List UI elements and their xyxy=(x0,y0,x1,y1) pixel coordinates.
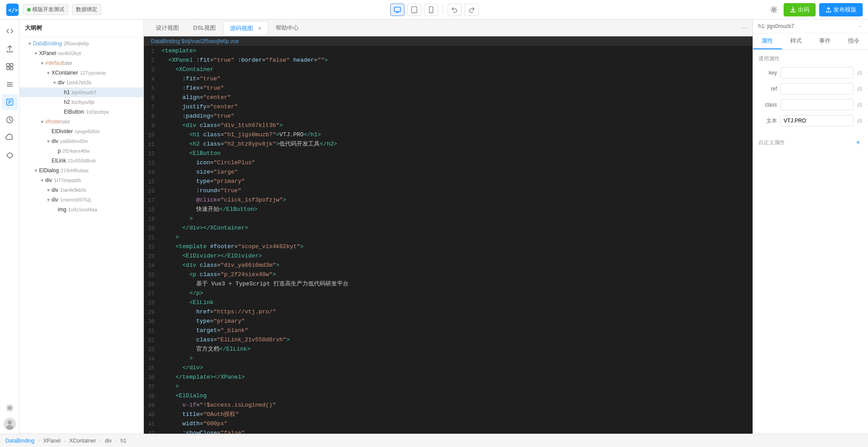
export-btn[interactable]: 出码 xyxy=(784,3,816,16)
prop-more-btn-ref[interactable]: ⟳ xyxy=(865,84,868,93)
arrow-icon: ▼ xyxy=(39,60,45,66)
code-line-9: 9 <div class="div_1tsh67klt3b"> xyxy=(144,121,753,131)
tree-item-elbutton[interactable]: ▶ ElButton 1sf3pofzjw xyxy=(20,107,143,117)
breadcrumb-div[interactable]: div xyxy=(105,438,111,444)
prop-bind-btn-ref[interactable]: (/) xyxy=(855,84,864,93)
tree-item-img[interactable]: ▶ img 1o9z1svd4aa xyxy=(20,205,143,214)
undo-btn[interactable] xyxy=(448,4,462,16)
sidebar-icon-cloud[interactable] xyxy=(2,130,18,146)
tab-source[interactable]: 源码视图 ✕ xyxy=(223,21,268,35)
tab-close-icon[interactable]: ✕ xyxy=(258,26,262,31)
prop-bind-btn-text[interactable]: (/) xyxy=(855,116,864,125)
tree-item-p[interactable]: ▶ p 2f24siex48w xyxy=(20,146,143,156)
code-line-32: 32 class="ElLink_21v550d8rxh"> xyxy=(144,336,753,345)
prop-label-text: 文本 xyxy=(758,117,781,125)
redo-btn[interactable] xyxy=(464,4,479,16)
sidebar-icon-history[interactable] xyxy=(2,112,18,128)
prop-input-class[interactable] xyxy=(781,99,853,111)
tree-item-xpanel[interactable]: ▼ XPanel vix4k02kyt xyxy=(20,48,143,58)
prop-bind-btn-class[interactable]: (/) xyxy=(855,100,864,109)
breadcrumb-databinding[interactable]: DataBinding xyxy=(5,438,34,444)
breadcrumb-xcontainer[interactable]: XContainer xyxy=(69,438,96,444)
settings-btn[interactable] xyxy=(768,4,780,16)
prop-row-class: class (/) ⟳ xyxy=(758,99,863,111)
prop-more-btn-text[interactable]: ⟳ xyxy=(865,116,868,125)
mobile-view-btn[interactable] xyxy=(424,4,438,16)
right-tab-directives[interactable]: 指令 xyxy=(839,33,868,49)
code-line-11: 11 <h2 class="h2_btz8ypv8jk">低代码开发工具</h2… xyxy=(144,140,753,149)
project-badge[interactable]: 模版开发测试 xyxy=(23,4,68,15)
arrow-icon: ▼ xyxy=(45,187,52,193)
sidebar-icon-blocks[interactable] xyxy=(2,147,18,163)
sidebar-icons xyxy=(0,20,20,434)
sidebar-icon-code[interactable] xyxy=(2,23,18,39)
tablet-view-btn[interactable] xyxy=(407,4,421,16)
prop-actions-ref: (/) ⟳ xyxy=(855,84,868,93)
tab-more-btn[interactable]: ··· xyxy=(741,24,747,32)
badge-text: 模版开发测试 xyxy=(32,6,64,13)
arrow-icon: ▼ xyxy=(39,177,45,183)
prop-more-btn-key[interactable]: ⟳ xyxy=(865,68,868,77)
tree-content: ▼ DataBinding 2f5oexjfe6p ▼ XPanel vix4k… xyxy=(20,37,143,434)
code-line-42: 42 :showClose="false" xyxy=(144,429,753,434)
avatar[interactable] xyxy=(4,418,16,430)
sidebar-icon-component[interactable] xyxy=(2,59,18,75)
right-tab-style[interactable]: 样式 xyxy=(782,33,811,49)
tab-help[interactable]: 帮助中心 xyxy=(269,21,305,35)
sidebar-icon-outline[interactable] xyxy=(2,94,18,110)
section-title: 通用属性 xyxy=(758,55,863,63)
code-line-25: 25 <p class="p_2f24siex48w"> xyxy=(144,270,753,280)
arrow-icon: ▼ xyxy=(33,167,39,174)
prop-bind-btn-key[interactable]: (/) xyxy=(855,68,864,77)
tree-item-ellink[interactable]: ▶ ElLink 21v550d8rxh xyxy=(20,156,143,166)
tree-item-div4[interactable]: ▼ div 1tar4k9kb0c xyxy=(20,185,143,195)
prop-input-key[interactable] xyxy=(781,67,853,79)
tree-item-xcontainer[interactable]: ▼ XContainer 127yjyuanip xyxy=(20,68,143,78)
tab-design[interactable]: 设计视图 xyxy=(149,21,186,35)
prop-input-text[interactable] xyxy=(781,115,853,127)
svg-point-8 xyxy=(431,12,432,12)
sidebar-icon-settings[interactable] xyxy=(2,400,18,416)
tree-item-databinding[interactable]: ▼ DataBinding 2f5oexjfe6p xyxy=(20,39,143,48)
code-line-37: 37 > xyxy=(144,382,753,392)
tree-item-eldivider[interactable]: ▶ ElDivider cpvge6i8oh xyxy=(20,127,143,136)
tree-item-div3[interactable]: ▼ div 1t77impqdrb xyxy=(20,175,143,185)
tree-item-h1[interactable]: ▶ h1 jigs0muzb7 xyxy=(20,87,143,97)
right-panel-more[interactable]: ··· xyxy=(858,23,863,29)
center-panel: 设计视图 DSL视图 源码视图 ✕ 帮助中心 ··· DataBinding $… xyxy=(144,20,753,434)
sidebar-icon-upload[interactable] xyxy=(2,41,18,57)
tree-panel: 大纲树 ▼ DataBinding 2f5oexjfe6p ▼ XPanel v… xyxy=(20,20,144,434)
prop-input-ref[interactable] xyxy=(781,83,853,95)
right-tab-events[interactable]: 事件 xyxy=(811,33,840,49)
right-content: 通用属性 key (/) ⟳ ref (/) ⟳ xyxy=(753,50,868,434)
code-line-17: 17 @click="click_1sf3pofzjw"> xyxy=(144,196,753,205)
tree-item-footer-slot[interactable]: ▼ #footer slot xyxy=(20,117,143,127)
breadcrumb-h1[interactable]: h1 xyxy=(120,438,126,444)
badge2-text: 数据绑定 xyxy=(76,6,97,13)
arrow-icon: ▼ xyxy=(45,197,52,203)
sidebar-icon-list[interactable] xyxy=(2,76,18,92)
project-badge2[interactable]: 数据绑定 xyxy=(72,4,101,15)
prop-more-btn-class[interactable]: ⟳ xyxy=(865,100,868,109)
add-custom-attr-btn[interactable]: + xyxy=(854,138,863,147)
view-mode-group xyxy=(105,4,764,16)
tree-item-default-slot[interactable]: ▼ #default slot xyxy=(20,58,143,68)
tree-item-div5[interactable]: ▼ div 1memh09762j xyxy=(20,195,143,205)
tree-item-h2[interactable]: ▶ h2 btz8ypv8jk xyxy=(20,97,143,107)
right-tab-properties[interactable]: 属性 xyxy=(753,33,782,49)
code-line-35: 35 </div> xyxy=(144,364,753,373)
tree-item-eldialog[interactable]: ▼ ElDialog 219vhfhubqx xyxy=(20,166,143,175)
code-editor[interactable]: 1 <template> 2 <XPanel :fit="true" :bord… xyxy=(144,47,753,434)
arrow-icon: ▼ xyxy=(33,50,39,56)
tree-item-div1[interactable]: ▼ div 1tsh67klt3b xyxy=(20,78,143,87)
status-dot xyxy=(27,8,31,12)
code-line-3: 3 <XContainer xyxy=(144,65,753,75)
svg-rect-12 xyxy=(7,67,9,70)
desktop-view-btn[interactable] xyxy=(390,4,404,16)
publish-btn[interactable]: 发布模版 xyxy=(819,3,863,16)
tree-item-div2[interactable]: ▼ div ya66i6md3m xyxy=(20,136,143,146)
tab-dsl[interactable]: DSL视图 xyxy=(186,21,222,35)
svg-point-9 xyxy=(773,8,775,11)
code-line-16: 16 :round="true" xyxy=(144,186,753,196)
breadcrumb-xpanel[interactable]: XPanel xyxy=(43,438,60,444)
